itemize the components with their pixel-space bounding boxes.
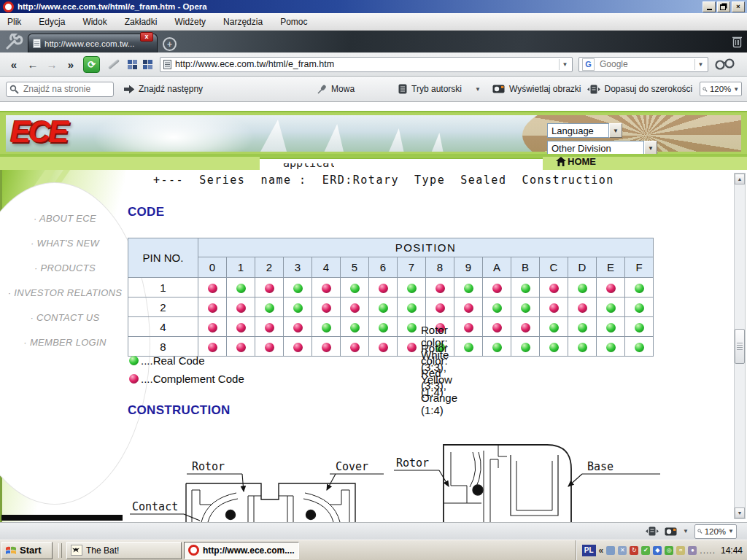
real-code-green-dot — [464, 343, 473, 352]
start-button[interactable]: Start — [1, 542, 53, 559]
code-cell — [426, 298, 454, 317]
volume-icon[interactable]: ● — [688, 546, 697, 555]
magnifier-icon — [703, 85, 708, 93]
task-button-thebat[interactable]: The Bat! — [66, 542, 182, 559]
glasses-icon[interactable] — [714, 58, 736, 71]
restore-button[interactable] — [717, 1, 730, 12]
tab-active[interactable]: http://www.ece.com.tw... — [28, 34, 158, 52]
zoom-select[interactable]: 120% ▼ — [700, 82, 742, 96]
scrollbar-thumb[interactable] — [735, 329, 745, 364]
complement-code-red-dot — [606, 284, 616, 293]
content-scrollbar[interactable]: ▲ ▼ — [734, 173, 746, 519]
sidebar-item-contact-us[interactable]: · CONTACT US — [2, 312, 128, 323]
new-tab-button[interactable]: + — [163, 37, 177, 51]
status-zoom-dropdown-icon[interactable]: ▼ — [728, 528, 734, 534]
opera-icon — [3, 1, 14, 12]
position-header-B: B — [511, 257, 540, 278]
rewind-button[interactable]: « — [4, 58, 23, 71]
division-select[interactable]: Other Division ▼ — [547, 141, 657, 155]
complement-code-red-dot — [464, 323, 473, 332]
real-code-green-dot — [265, 303, 274, 313]
scanner-icon[interactable]: ◎ — [665, 546, 673, 555]
language-indicator[interactable]: PL — [582, 545, 596, 556]
site-logo[interactable]: ECE — [10, 117, 66, 147]
sync-icon[interactable]: ↻ — [630, 546, 638, 555]
code-cell — [568, 298, 597, 317]
scroll-up-icon[interactable]: ▲ — [735, 174, 745, 184]
author-mode-button[interactable]: Tryb autorski ▼ — [398, 84, 481, 94]
network-error-icon[interactable]: ✕ — [618, 546, 627, 555]
language-dropdown-icon[interactable]: ▼ — [609, 123, 622, 138]
panels-wrench-icon[interactable] — [3, 34, 25, 51]
magnifier-icon — [697, 527, 703, 535]
position-header-0: 0 — [198, 257, 227, 278]
reload-icon[interactable]: ⟳ — [83, 56, 100, 73]
menu-pomoc[interactable]: Pomoc — [280, 17, 307, 27]
search-field[interactable]: G ▼ — [578, 57, 708, 72]
signal-icon[interactable]: ¤ — [676, 546, 685, 555]
camera-icon[interactable] — [665, 527, 677, 536]
complement-code-red-dot — [521, 323, 530, 332]
find-on-page-field[interactable] — [6, 82, 114, 97]
pin-cell: 8 — [128, 337, 198, 357]
browser-status-bar: ▼ 120% ▼ — [0, 522, 747, 540]
home-link[interactable]: HOME — [556, 156, 596, 167]
close-button[interactable]: × — [732, 1, 745, 12]
status-zoom-select[interactable]: 120% ▼ — [694, 524, 737, 539]
sidebar-item-member-login[interactable]: · MEMBER LOGIN — [2, 337, 128, 348]
menu-narzedzia[interactable]: Narzędzia — [223, 17, 263, 27]
menu-edycja[interactable]: Edycja — [39, 17, 65, 27]
code-cell — [255, 317, 284, 337]
find-next-button[interactable]: Znajdź następny — [124, 84, 203, 94]
network-icon[interactable] — [606, 546, 615, 555]
sidebar-item-what-s-new[interactable]: · WHAT'S NEW — [2, 238, 128, 249]
sidebar-item-products[interactable]: · PRODUCTS — [2, 262, 128, 273]
antivirus-shield-icon[interactable]: ✔ — [641, 546, 650, 555]
page-icon — [163, 60, 171, 69]
page-favicon — [33, 39, 41, 48]
tab-close-icon[interactable]: x — [140, 32, 153, 42]
wand-icon[interactable] — [108, 59, 120, 70]
url-dropdown-icon[interactable]: ▼ — [559, 59, 570, 70]
zoom-dropdown-icon[interactable]: ▼ — [733, 86, 739, 93]
code-cell — [341, 337, 369, 357]
forward-button[interactable]: → — [42, 58, 61, 71]
speech-button[interactable]: Mowa — [316, 84, 355, 94]
show-images-button[interactable]: Wyświetlaj obrazki — [492, 84, 581, 94]
language-select[interactable]: Language ▼ — [547, 123, 622, 138]
code-cell — [369, 317, 398, 337]
trash-icon[interactable] — [732, 35, 743, 48]
back-button[interactable]: ← — [23, 58, 42, 71]
search-input[interactable] — [598, 58, 689, 70]
find-bar: Znajdź następny Mowa Tryb autorski ▼ Wyś… — [0, 77, 747, 102]
division-dropdown-icon[interactable]: ▼ — [644, 141, 657, 155]
fit-width-button[interactable]: Dopasuj do szerokości — [587, 84, 693, 94]
sidebar-item-investor-relations[interactable]: · INVESTOR RELATIONS — [2, 287, 128, 298]
real-code-green-dot — [492, 303, 502, 313]
menu-zakladki[interactable]: Zakładki — [125, 17, 158, 27]
fit-width-icon[interactable] — [646, 526, 659, 536]
menu-widok[interactable]: Widok — [82, 17, 107, 27]
find-input[interactable] — [22, 83, 112, 95]
tile-view-icon[interactable] — [127, 59, 138, 70]
rocket-icon[interactable]: ◆ — [653, 546, 662, 555]
code-cell — [540, 317, 568, 337]
url-field[interactable]: http://www.ece.com.tw/html/e_fram.htm ▼ — [160, 57, 573, 72]
menu-plik[interactable]: Plik — [7, 17, 21, 27]
minimize-button[interactable] — [703, 1, 716, 12]
tray-overflow-icon[interactable]: « — [599, 545, 604, 556]
task-button-opera[interactable]: http://www.ece.com.... — [184, 542, 299, 559]
position-header-5: 5 — [341, 257, 369, 278]
position-header-1: 1 — [227, 257, 255, 278]
search-dropdown-icon[interactable]: ▼ — [694, 59, 706, 70]
images-dropdown-icon[interactable]: ▼ — [683, 528, 689, 534]
sidebar-item-about-ece[interactable]: · ABOUT ECE — [2, 213, 128, 224]
fast-forward-button[interactable]: » — [61, 58, 80, 71]
code-cell — [312, 317, 341, 337]
scroll-down-icon[interactable]: ▼ — [735, 508, 745, 518]
code-cell — [312, 337, 341, 357]
author-mode-dropdown-icon[interactable]: ▼ — [475, 86, 481, 93]
pin-no-header: PIN NO. — [128, 238, 198, 278]
cascade-view-icon[interactable] — [142, 59, 153, 70]
menu-widzety[interactable]: Widżety — [174, 17, 206, 27]
